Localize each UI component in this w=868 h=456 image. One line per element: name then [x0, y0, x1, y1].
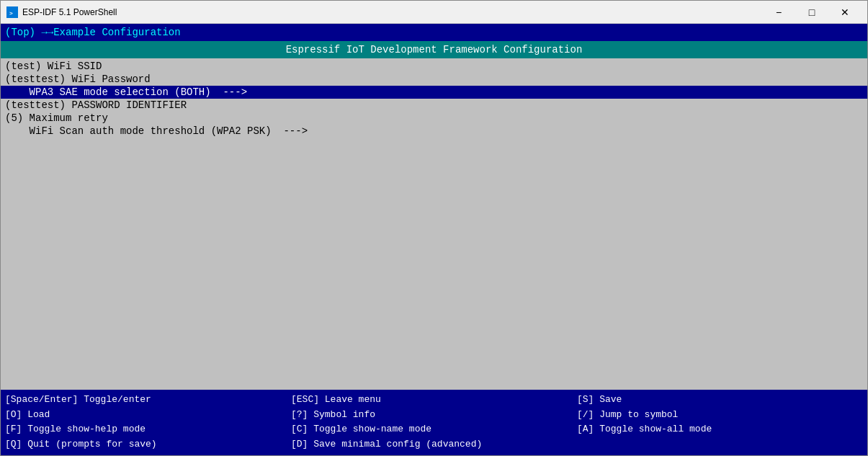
terminal: (Top) →→Example Configuration Espressif …: [1, 24, 867, 455]
status-col1: [O] Load: [5, 408, 291, 423]
status-row: [Q] Quit (prompts for save)[D] Save mini…: [5, 437, 863, 452]
menu-item[interactable]: (testtest) PASSWORD IDENTIFIER: [1, 99, 867, 112]
status-col1: [Q] Quit (prompts for save): [5, 437, 291, 452]
status-col1: [F] Toggle show-help mode: [5, 422, 291, 437]
window: > ESP-IDF 5.1 PowerShell − □ ✕ (Top) →→E…: [0, 0, 868, 456]
status-col2: [C] Toggle show-name mode: [291, 422, 577, 437]
menu-item[interactable]: (testtest) WiFi Password: [1, 73, 867, 86]
app-icon: >: [6, 6, 18, 18]
menu-item[interactable]: (5) Maximum retry: [1, 112, 867, 125]
status-col3: [/] Jump to symbol: [577, 408, 863, 423]
svg-text:>: >: [9, 10, 13, 17]
status-col1: [Space/Enter] Toggle/enter: [5, 393, 291, 408]
content-area: (test) WiFi SSID(testtest) WiFi Password…: [1, 58, 867, 390]
status-col3: [A] Toggle show-all mode: [577, 422, 863, 437]
status-col3: [577, 437, 863, 452]
header-bar: Espressif IoT Development Framework Conf…: [1, 41, 867, 58]
maximize-button[interactable]: □: [795, 1, 828, 24]
status-col2: [?] Symbol info: [291, 408, 577, 423]
minimize-button[interactable]: −: [762, 1, 795, 24]
status-bar: [Space/Enter] Toggle/enter[ESC] Leave me…: [1, 390, 867, 455]
status-col2: [D] Save minimal config (advanced): [291, 437, 577, 452]
status-row: [Space/Enter] Toggle/enter[ESC] Leave me…: [5, 393, 863, 408]
menu-item[interactable]: WiFi Scan auth mode threshold (WPA2 PSK)…: [1, 125, 867, 138]
close-button[interactable]: ✕: [828, 1, 862, 24]
window-title: ESP-IDF 5.1 PowerShell: [22, 7, 762, 17]
menu-item[interactable]: (test) WiFi SSID: [1, 60, 867, 73]
menu-item[interactable]: WPA3 SAE mode selection (BOTH) --->: [1, 86, 867, 99]
window-controls: − □ ✕: [762, 1, 862, 24]
status-col3: [S] Save: [577, 393, 863, 408]
breadcrumb: (Top) →→Example Configuration: [1, 24, 867, 41]
status-row: [O] Load[?] Symbol info[/] Jump to symbo…: [5, 408, 863, 423]
status-col2: [ESC] Leave menu: [291, 393, 577, 408]
title-bar: > ESP-IDF 5.1 PowerShell − □ ✕: [1, 1, 867, 24]
status-row: [F] Toggle show-help mode[C] Toggle show…: [5, 422, 863, 437]
